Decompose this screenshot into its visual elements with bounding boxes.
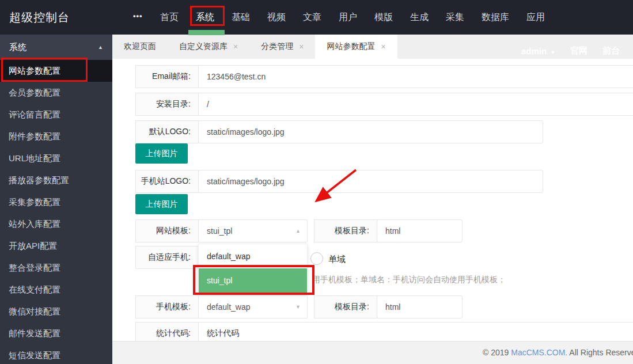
- sidebar-item-player-params[interactable]: 播放器参数配置: [0, 169, 112, 191]
- active-nav-underline: [188, 30, 225, 35]
- nav-item-home[interactable]: 首页: [160, 12, 179, 24]
- upload-image-button-mobile-logo[interactable]: 上传图片: [135, 194, 188, 214]
- tab-welcome[interactable]: 欢迎页面: [112, 35, 168, 59]
- site-template-dropdown: default_wap stui_tpl: [198, 244, 308, 293]
- copyright-text: © 2019 MacCMS.COM. All Rights Reserved: [483, 348, 633, 357]
- nav-item-basic[interactable]: 基础: [232, 12, 250, 24]
- sidebar-item-site-params[interactable]: 网站参数配置: [0, 60, 112, 82]
- copyright-suffix: All Rights Reserved: [567, 348, 633, 357]
- nav-item-collect[interactable]: 采集: [446, 12, 464, 24]
- single-domain-radio[interactable]: [310, 252, 323, 265]
- sidebar: 系统 ▲ 网站参数配置 会员参数配置 评论留言配置 附件参数配置 URL地址配置…: [0, 35, 112, 364]
- chevron-down-icon: ▼: [550, 50, 555, 55]
- sidebar-group-label: 系统: [9, 42, 26, 53]
- tab-custom-resource[interactable]: 自定义资源库 ×: [168, 35, 249, 59]
- close-icon[interactable]: ×: [299, 42, 304, 51]
- tab-label: 网站参数配置: [327, 41, 375, 52]
- install-dir-field[interactable]: /: [198, 93, 633, 116]
- sidebar-item-open-api[interactable]: 开放API配置: [0, 235, 112, 257]
- sidebar-item-sms-send[interactable]: 短信发送配置: [0, 344, 112, 364]
- install-dir-label: 安装目录:: [135, 93, 199, 116]
- chevron-up-icon: ▲: [295, 228, 301, 234]
- user-toolbar: admin▼ 官网 前台 清缓存: [521, 46, 633, 56]
- user-menu[interactable]: admin▼: [521, 46, 555, 56]
- nav-item-system[interactable]: 系统: [196, 12, 214, 24]
- tab-label: 自定义资源库: [179, 41, 228, 52]
- nav-item-generate[interactable]: 生成: [410, 12, 429, 24]
- mobile-template-label: 手机模板:: [135, 295, 199, 318]
- sidebar-item-external-storage[interactable]: 站外入库配置: [0, 213, 112, 235]
- sidebar-item-comment-config[interactable]: 评论留言配置: [0, 104, 112, 126]
- adaptive-mobile-hint: 用手机模板；单域名：手机访问会自动使用手机模板；: [312, 275, 506, 285]
- tab-category-manage[interactable]: 分类管理 ×: [249, 35, 315, 59]
- app-title: 超级控制台: [9, 10, 70, 25]
- sidebar-item-attachment-params[interactable]: 附件参数配置: [0, 126, 112, 147]
- mobile-logo-label: 手机站LOGO:: [135, 170, 199, 193]
- sidebar-item-wechat[interactable]: 微信对接配置: [0, 301, 112, 323]
- close-icon[interactable]: ×: [233, 42, 238, 51]
- dropdown-option-stui-tpl[interactable]: stui_tpl: [199, 268, 307, 293]
- link-official-site[interactable]: 官网: [570, 46, 587, 56]
- mobile-template-select[interactable]: default_wap ▼: [198, 295, 308, 318]
- dropdown-option-default-wap[interactable]: default_wap: [199, 244, 307, 268]
- tab-label: 分类管理: [261, 41, 293, 52]
- single-domain-radio-label: 单域: [328, 254, 346, 265]
- site-template-select[interactable]: stui_tpl ▲: [198, 219, 308, 242]
- nav-item-user[interactable]: 用户: [339, 12, 357, 24]
- nav-item-database[interactable]: 数据库: [482, 12, 509, 24]
- sidebar-item-online-pay[interactable]: 在线支付配置: [0, 279, 112, 301]
- mobile-template-dir-field[interactable]: html: [377, 295, 463, 318]
- sidebar-item-collect-params[interactable]: 采集参数配置: [0, 191, 112, 213]
- default-logo-label: 默认LOGO:: [135, 120, 199, 143]
- link-front-site[interactable]: 前台: [602, 46, 620, 56]
- top-navigation: 首页 系统 基础 视频 文章 用户 模版 生成 采集 数据库 应用: [160, 0, 545, 35]
- chevron-down-icon: ▼: [295, 304, 301, 310]
- nav-item-app[interactable]: 应用: [526, 12, 545, 24]
- upload-image-button-default-logo[interactable]: 上传图片: [135, 143, 188, 164]
- nav-item-video[interactable]: 视频: [267, 12, 286, 24]
- tab-label: 欢迎页面: [124, 41, 156, 52]
- copyright-prefix: © 2019: [483, 348, 511, 357]
- email-label: Email邮箱:: [135, 65, 199, 88]
- email-field[interactable]: 123456@test.cn: [198, 65, 633, 88]
- site-template-selected-value: stui_tpl: [207, 226, 232, 236]
- site-template-label: 网站模板:: [135, 219, 199, 242]
- chevron-up-icon: ▲: [98, 44, 103, 50]
- footer: © 2019 MacCMS.COM. All Rights Reserved: [112, 341, 633, 364]
- sidebar-item-email-send[interactable]: 邮件发送配置: [0, 323, 112, 344]
- maccms-link[interactable]: MacCMS.COM.: [511, 348, 567, 357]
- topbar: 超级控制台 ••• 首页 系统 基础 视频 文章 用户 模版 生成 采集 数据库…: [0, 0, 633, 35]
- more-menu-icon[interactable]: •••: [133, 12, 143, 20]
- site-template-dir-field[interactable]: html: [377, 219, 463, 242]
- nav-item-template[interactable]: 模版: [374, 12, 393, 24]
- sidebar-item-member-params[interactable]: 会员参数配置: [0, 82, 112, 104]
- site-template-dir-label: 模板目录:: [314, 219, 377, 242]
- default-logo-field[interactable]: static/images/logo.jpg: [198, 120, 543, 143]
- mobile-template-selected-value: default_wap: [207, 302, 251, 312]
- nav-item-article[interactable]: 文章: [303, 12, 321, 24]
- adaptive-mobile-label: 自适应手机:: [135, 246, 199, 269]
- sidebar-item-url-config[interactable]: URL地址配置: [0, 147, 112, 169]
- tab-site-params[interactable]: 网站参数配置 ×: [315, 35, 397, 59]
- close-icon[interactable]: ×: [381, 42, 385, 51]
- username: admin: [521, 46, 547, 56]
- sidebar-group-system[interactable]: 系统 ▲: [0, 35, 112, 60]
- sidebar-item-integrated-login[interactable]: 整合登录配置: [0, 257, 112, 279]
- mobile-template-dir-label: 模板目录:: [314, 295, 377, 318]
- mobile-logo-field[interactable]: static/images/logo.jpg: [198, 170, 543, 193]
